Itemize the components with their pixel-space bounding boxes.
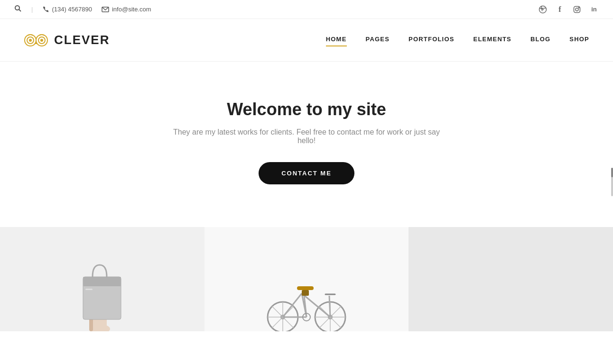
email-icon (102, 7, 109, 12)
svg-point-9 (29, 39, 32, 42)
hero-subtitle: They are my latest works for clients. Fe… (164, 128, 449, 145)
portfolio-card-left[interactable] (0, 227, 204, 331)
scrollbar-thumb (611, 168, 613, 177)
svg-rect-38 (302, 290, 309, 296)
divider: | (31, 6, 33, 13)
nav-item-pages[interactable]: PAGES (366, 36, 390, 45)
portfolio-card-center[interactable] (204, 227, 409, 331)
svg-point-12 (40, 39, 43, 42)
bicycle-illustration (259, 260, 354, 331)
email-address: info@site.com (112, 6, 151, 13)
nav-item-home[interactable]: HOME (326, 36, 347, 45)
svg-line-39 (329, 296, 330, 317)
phone-number: (134) 4567890 (52, 6, 92, 13)
contact-me-button[interactable]: CONTACT ME (259, 162, 354, 184)
email-contact: info@site.com (102, 6, 151, 13)
svg-rect-19 (85, 289, 93, 290)
portfolio-section (0, 227, 613, 331)
svg-line-32 (283, 293, 302, 317)
nav-item-elements[interactable]: ELEMENTS (474, 36, 511, 45)
search-icon[interactable] (14, 5, 22, 14)
svg-point-6 (578, 7, 579, 8)
main-nav: HOME PAGES PORTFOLIOS ELEMENTS BLOG SHOP (326, 36, 589, 45)
hero-section: Welcome to my site They are my latest wo… (0, 62, 613, 227)
nav-item-blog[interactable]: BLOG (530, 36, 550, 45)
svg-rect-18 (83, 277, 121, 286)
linkedin-icon[interactable]: in (589, 5, 599, 14)
svg-line-1 (19, 9, 21, 11)
hero-title: Welcome to my site (227, 100, 386, 119)
facebook-icon[interactable]: f (555, 5, 565, 14)
top-bar-left: | (134) 4567890 info@site.com (14, 5, 151, 14)
instagram-icon[interactable] (572, 5, 582, 14)
shopping-bag-illustration (74, 251, 130, 331)
nav-item-portfolios[interactable]: PORTFOLIOS (409, 36, 455, 45)
header: CLEVER HOME PAGES PORTFOLIOS ELEMENTS BL… (0, 19, 613, 62)
svg-point-0 (15, 6, 19, 10)
portfolio-card-right[interactable] (409, 227, 613, 331)
logo-owl-icon (24, 32, 48, 49)
scrollbar[interactable] (611, 168, 613, 196)
phone-icon (42, 6, 49, 13)
logo[interactable]: CLEVER (24, 32, 110, 49)
nav-item-shop[interactable]: SHOP (569, 36, 589, 45)
logo-text: CLEVER (54, 33, 110, 47)
svg-point-5 (576, 8, 578, 11)
svg-rect-37 (297, 286, 314, 290)
social-links: f in (538, 5, 599, 14)
dribbble-icon[interactable] (538, 5, 548, 14)
top-bar: | (134) 4567890 info@site.com f (0, 0, 613, 19)
phone-contact: (134) 4567890 (42, 6, 92, 13)
